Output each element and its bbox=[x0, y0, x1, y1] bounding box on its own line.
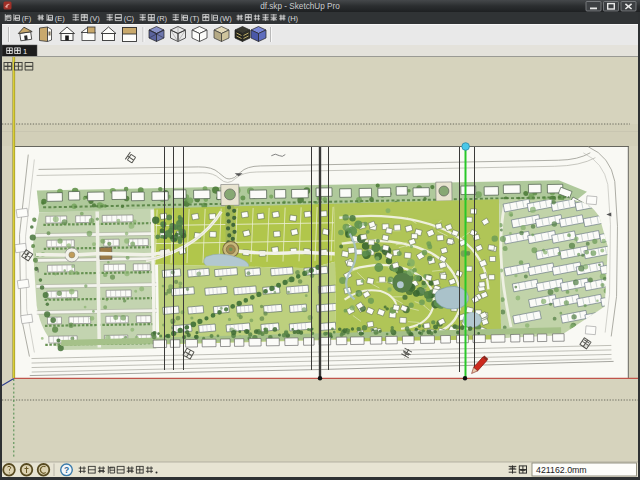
svg-text:(E): (E) bbox=[55, 14, 65, 23]
svg-text:(C): (C) bbox=[124, 14, 135, 23]
svg-text:?: ? bbox=[64, 465, 69, 475]
svg-text:(H): (H) bbox=[288, 14, 299, 23]
svg-text:(V): (V) bbox=[90, 14, 101, 23]
svg-text:(T): (T) bbox=[190, 14, 200, 23]
svg-text:(W): (W) bbox=[220, 14, 233, 23]
svg-text:df.skp - SketchUp Pro: df.skp - SketchUp Pro bbox=[260, 2, 340, 11]
svg-text:421162.0mm: 421162.0mm bbox=[536, 465, 587, 475]
svg-text:1: 1 bbox=[23, 47, 27, 56]
svg-text:(R): (R) bbox=[157, 14, 168, 23]
svg-text:(F): (F) bbox=[22, 14, 32, 23]
